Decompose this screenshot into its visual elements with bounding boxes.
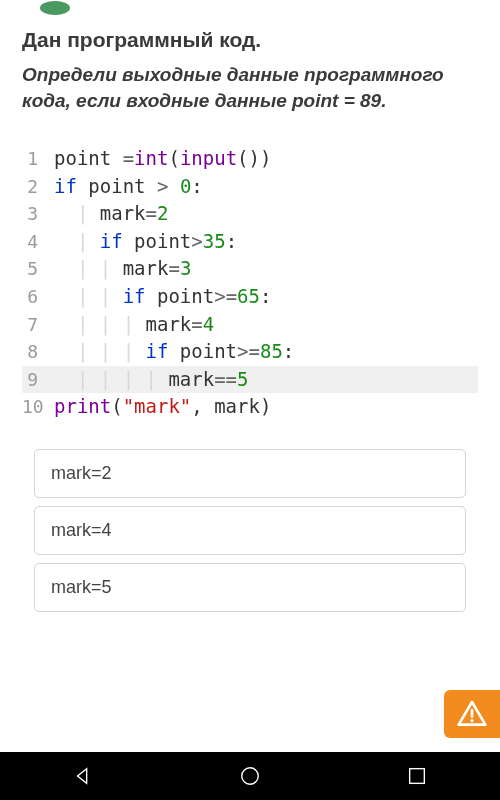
code-line: 3 | mark=2 [22,200,478,228]
code-text: | | | if point>=85: [54,338,294,366]
svg-point-2 [242,768,259,785]
back-icon [72,765,94,787]
code-line: 9 | | | | mark==5 [22,366,478,394]
code-text: | if point>35: [54,228,237,256]
answer-list: mark=2mark=4mark=5 [22,449,478,612]
line-number: 5 [22,256,54,282]
code-text: | mark=2 [54,200,168,228]
code-line: 2if point > 0: [22,173,478,201]
back-button[interactable] [70,763,96,789]
code-line: 4 | if point>35: [22,228,478,256]
system-nav-bar [0,752,500,800]
code-text: if point > 0: [54,173,203,201]
question-content: Дан программный код. Определи выходные д… [0,16,500,612]
home-button[interactable] [237,763,263,789]
alert-button[interactable] [444,690,500,738]
code-line: 7 | | | mark=4 [22,311,478,339]
app-header [0,0,500,16]
line-number: 4 [22,229,54,255]
line-number: 6 [22,284,54,310]
code-line: 6 | | if point>=65: [22,283,478,311]
warning-icon [456,698,488,730]
line-number: 1 [22,146,54,172]
code-line: 8 | | | if point>=85: [22,338,478,366]
code-text: | | | mark=4 [54,311,214,339]
recent-button[interactable] [404,763,430,789]
home-icon [239,765,261,787]
line-number: 2 [22,174,54,200]
question-heading: Дан программный код. [22,28,478,52]
code-text: point =int(input()) [54,145,271,173]
code-text: print("mark", mark) [54,393,271,421]
answer-option[interactable]: mark=2 [34,449,466,498]
recent-icon [406,765,428,787]
line-number: 10 [22,394,54,420]
code-line: 10print("mark", mark) [22,393,478,421]
line-number: 9 [22,367,54,393]
code-text: | | if point>=65: [54,283,271,311]
line-number: 3 [22,201,54,227]
line-number: 8 [22,339,54,365]
svg-rect-3 [409,769,424,784]
answer-option[interactable]: mark=5 [34,563,466,612]
code-line: 5 | | mark=3 [22,255,478,283]
question-subheading: Определи выходные данные программного ко… [22,62,478,113]
code-text: | | | | mark==5 [54,366,249,394]
code-block: 1point =int(input())2if point > 0:3 | ma… [22,145,478,420]
code-line: 1point =int(input()) [22,145,478,173]
code-text: | | mark=3 [54,255,191,283]
answer-option[interactable]: mark=4 [34,506,466,555]
logo-icon [40,1,70,15]
svg-point-1 [470,719,473,722]
line-number: 7 [22,312,54,338]
